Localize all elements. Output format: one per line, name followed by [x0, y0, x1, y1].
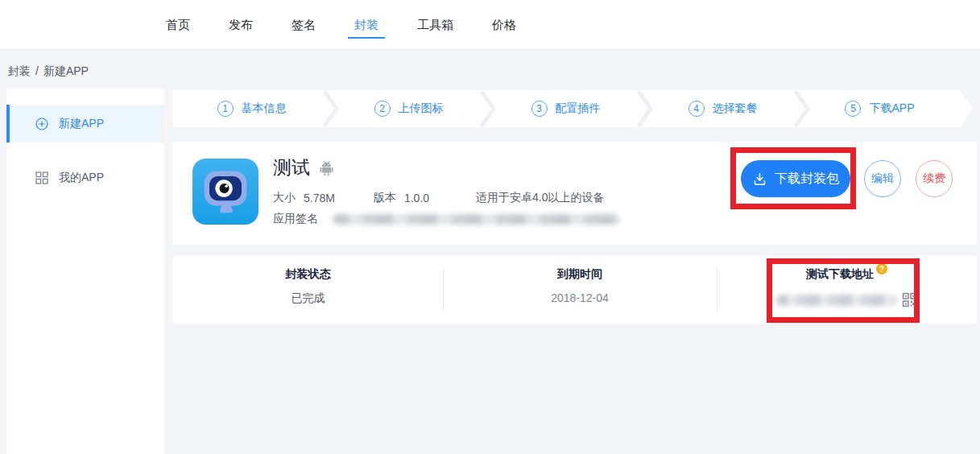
version-value: 1.0.0 — [404, 192, 429, 204]
app-card: 测试 大小 5.78M — [173, 142, 977, 245]
signature-row: 应用签名 — [273, 212, 621, 226]
status-header: 封装状态 — [173, 267, 443, 282]
compat-note: 适用于安卓4.0以上的设备 — [476, 191, 604, 205]
breadcrumb: 封装/新建APP — [8, 64, 93, 79]
plus-circle-icon — [35, 118, 48, 130]
step-download-app: 5 下载APP — [801, 90, 958, 127]
app-meta: 大小 5.78M 版本 1.0.0 适用于安卓4.0以上的设备 — [273, 191, 621, 205]
main-nav: 首页 发布 签名 封装 工具箱 价格 — [166, 0, 555, 50]
sidebar-item-my-app[interactable]: 我的APP — [6, 159, 163, 196]
step-number-badge: 5 — [845, 101, 861, 117]
download-address-column: 测试下载地址 ? — [717, 256, 977, 324]
step-label: 配置插件 — [556, 101, 601, 116]
question-icon[interactable]: ? — [876, 263, 887, 274]
expiry-column: 到期时间 2018-12-04 — [443, 256, 717, 324]
nav-item-package[interactable]: 封装 — [354, 0, 378, 50]
step-choose-plan: 4 选择套餐 — [644, 90, 801, 127]
expiry-header: 到期时间 — [443, 267, 717, 282]
status-table-card: 封装状态 已完成 到期时间 2018-12-04 测试下载地址 ? — [173, 256, 977, 324]
expiry-value: 2018-12-04 — [443, 291, 717, 304]
nav-item-home[interactable]: 首页 — [166, 0, 190, 50]
breadcrumb-section[interactable]: 封装 — [8, 64, 31, 77]
download-icon — [752, 171, 767, 187]
breadcrumb-separator: / — [35, 64, 39, 77]
top-nav-bar: 首页 发布 签名 封装 工具箱 价格 — [0, 0, 980, 50]
step-label: 选择套餐 — [713, 101, 758, 116]
sidebar-item-label: 新建APP — [59, 117, 104, 131]
step-number-badge: 4 — [688, 101, 705, 117]
sidebar-item-label: 我的APP — [59, 171, 104, 185]
sidebar: 新建APP 我的APP — [6, 89, 163, 454]
sidebar-item-new-app[interactable]: 新建APP — [6, 105, 163, 142]
grid-icon — [35, 171, 48, 184]
step-label: 上传图标 — [399, 101, 444, 116]
step-configure-plugin: 3 配置插件 — [487, 90, 644, 127]
version-label: 版本 — [374, 191, 396, 205]
download-url-redacted[interactable] — [776, 295, 897, 306]
download-button-label: 下载封装包 — [775, 171, 839, 188]
step-label: 基本信息 — [242, 101, 287, 116]
android-icon — [319, 159, 334, 176]
edit-button[interactable]: 编辑 — [864, 160, 901, 197]
status-value: 已完成 — [173, 291, 443, 306]
step-label: 下载APP — [869, 101, 914, 116]
nav-item-toolbox[interactable]: 工具箱 — [417, 0, 453, 50]
signature-redacted-value — [333, 214, 621, 225]
app-info: 测试 大小 5.78M — [273, 155, 621, 226]
download-package-button[interactable]: 下载封装包 — [741, 160, 850, 197]
nav-item-price[interactable]: 价格 — [492, 0, 516, 50]
step-number-badge: 3 — [531, 101, 548, 117]
signature-label: 应用签名 — [273, 212, 318, 226]
step-number-badge: 1 — [217, 101, 234, 117]
step-upload-icon: 2 上传图标 — [330, 90, 487, 127]
nav-item-publish[interactable]: 发布 — [229, 0, 253, 50]
status-column: 封装状态 已完成 — [173, 256, 443, 324]
nav-item-sign[interactable]: 签名 — [292, 0, 316, 50]
page: 首页 发布 签名 封装 工具箱 价格 封装/新建APP 新建APP — [0, 0, 980, 454]
size-label: 大小 — [273, 191, 296, 205]
size-value: 5.78M — [304, 192, 335, 204]
download-address-header: 测试下载地址 — [806, 267, 874, 282]
qrcode-icon[interactable] — [902, 292, 917, 307]
renew-button[interactable]: 续费 — [916, 160, 953, 197]
step-basic-info: 1 基本信息 — [173, 90, 330, 127]
app-logo — [192, 159, 258, 225]
steps-bar: 1 基本信息 2 上传图标 3 配置插件 4 选择套餐 5 下载APP — [173, 90, 973, 127]
breadcrumb-current: 新建APP — [43, 64, 89, 77]
step-number-badge: 2 — [374, 101, 391, 117]
app-name: 测试 — [273, 155, 310, 180]
